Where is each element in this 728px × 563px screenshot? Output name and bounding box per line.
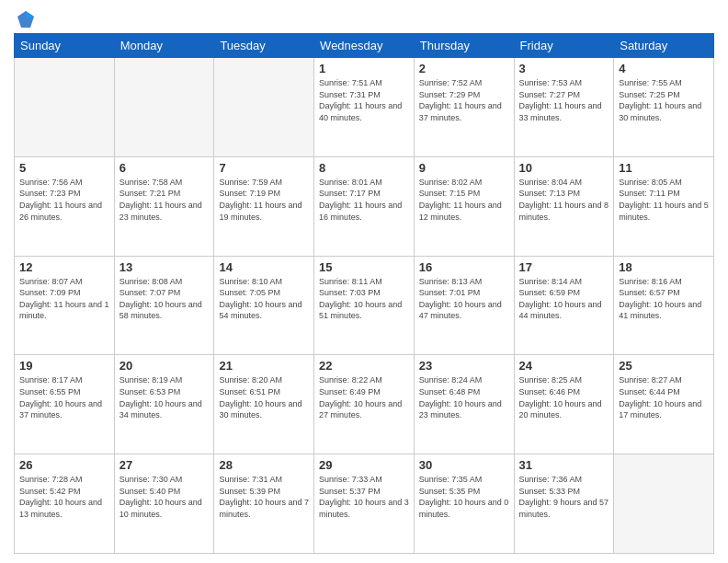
calendar-cell: 10Sunrise: 8:04 AMSunset: 7:13 PMDayligh… — [514, 156, 614, 256]
day-number: 25 — [619, 359, 709, 373]
calendar-cell: 17Sunrise: 8:14 AMSunset: 6:59 PMDayligh… — [514, 256, 614, 355]
day-number: 27 — [119, 458, 210, 472]
weekday-header-tuesday: Tuesday — [214, 34, 314, 58]
calendar-week-3: 12Sunrise: 8:07 AMSunset: 7:09 PMDayligh… — [15, 256, 714, 355]
calendar-cell: 24Sunrise: 8:25 AMSunset: 6:46 PMDayligh… — [514, 355, 614, 454]
day-info: Sunrise: 7:59 AMSunset: 7:19 PMDaylight:… — [219, 177, 309, 223]
logo-icon — [16, 9, 36, 29]
day-number: 9 — [419, 161, 509, 175]
day-info: Sunrise: 8:01 AMSunset: 7:17 PMDaylight:… — [319, 177, 409, 223]
day-number: 13 — [119, 260, 210, 274]
day-number: 17 — [519, 260, 609, 274]
day-info: Sunrise: 8:20 AMSunset: 6:51 PMDaylight:… — [219, 374, 309, 420]
calendar-cell: 6Sunrise: 7:58 AMSunset: 7:21 PMDaylight… — [114, 156, 214, 256]
day-number: 4 — [619, 62, 709, 75]
calendar-cell: 20Sunrise: 8:19 AMSunset: 6:53 PMDayligh… — [114, 355, 214, 454]
calendar-cell — [114, 58, 214, 157]
day-info: Sunrise: 8:07 AMSunset: 7:09 PMDaylight:… — [19, 276, 109, 322]
day-number: 11 — [619, 161, 709, 175]
day-number: 7 — [219, 161, 309, 175]
header — [14, 9, 714, 26]
day-number: 29 — [319, 458, 409, 472]
day-info: Sunrise: 7:58 AMSunset: 7:21 PMDaylight:… — [119, 177, 210, 223]
day-info: Sunrise: 7:56 AMSunset: 7:23 PMDaylight:… — [19, 177, 109, 223]
calendar-cell: 4Sunrise: 7:55 AMSunset: 7:25 PMDaylight… — [614, 58, 714, 157]
day-info: Sunrise: 7:51 AMSunset: 7:31 PMDaylight:… — [319, 77, 409, 123]
calendar-cell: 16Sunrise: 8:13 AMSunset: 7:01 PMDayligh… — [414, 256, 514, 355]
day-info: Sunrise: 8:05 AMSunset: 7:11 PMDaylight:… — [619, 177, 709, 223]
calendar-week-5: 26Sunrise: 7:28 AMSunset: 5:42 PMDayligh… — [15, 454, 714, 554]
day-number: 12 — [19, 260, 109, 274]
day-info: Sunrise: 8:10 AMSunset: 7:05 PMDaylight:… — [219, 276, 309, 322]
calendar-cell: 1Sunrise: 7:51 AMSunset: 7:31 PMDaylight… — [314, 58, 415, 157]
day-number: 31 — [519, 458, 609, 472]
weekday-header-monday: Monday — [114, 34, 214, 58]
day-number: 8 — [319, 161, 409, 175]
day-number: 20 — [119, 359, 210, 373]
day-info: Sunrise: 8:24 AMSunset: 6:48 PMDaylight:… — [419, 374, 509, 420]
calendar-cell: 30Sunrise: 7:35 AMSunset: 5:35 PMDayligh… — [414, 454, 514, 554]
day-number: 5 — [19, 161, 109, 175]
day-number: 10 — [519, 161, 609, 175]
day-info: Sunrise: 7:31 AMSunset: 5:39 PMDaylight:… — [219, 474, 309, 520]
day-info: Sunrise: 8:25 AMSunset: 6:46 PMDaylight:… — [519, 374, 609, 420]
day-info: Sunrise: 8:04 AMSunset: 7:13 PMDaylight:… — [519, 177, 609, 223]
day-info: Sunrise: 8:27 AMSunset: 6:44 PMDaylight:… — [619, 374, 709, 420]
day-number: 15 — [319, 260, 409, 274]
calendar-cell: 18Sunrise: 8:16 AMSunset: 6:57 PMDayligh… — [614, 256, 714, 355]
calendar-cell: 27Sunrise: 7:30 AMSunset: 5:40 PMDayligh… — [114, 454, 214, 554]
day-info: Sunrise: 7:33 AMSunset: 5:37 PMDaylight:… — [319, 474, 409, 520]
day-info: Sunrise: 8:02 AMSunset: 7:15 PMDaylight:… — [419, 177, 509, 223]
calendar-cell: 13Sunrise: 8:08 AMSunset: 7:07 PMDayligh… — [114, 256, 214, 355]
weekday-header-thursday: Thursday — [414, 34, 514, 58]
weekday-header-sunday: Sunday — [15, 34, 115, 58]
day-number: 23 — [419, 359, 509, 373]
calendar: SundayMondayTuesdayWednesdayThursdayFrid… — [14, 33, 714, 554]
calendar-cell — [614, 454, 714, 554]
day-number: 1 — [319, 62, 409, 75]
day-info: Sunrise: 8:13 AMSunset: 7:01 PMDaylight:… — [419, 276, 509, 322]
calendar-cell: 11Sunrise: 8:05 AMSunset: 7:11 PMDayligh… — [614, 156, 714, 256]
day-info: Sunrise: 8:08 AMSunset: 7:07 PMDaylight:… — [119, 276, 210, 322]
calendar-cell: 23Sunrise: 8:24 AMSunset: 6:48 PMDayligh… — [414, 355, 514, 454]
day-number: 22 — [319, 359, 409, 373]
day-number: 14 — [219, 260, 309, 274]
day-info: Sunrise: 8:19 AMSunset: 6:53 PMDaylight:… — [119, 374, 210, 420]
day-info: Sunrise: 8:16 AMSunset: 6:57 PMDaylight:… — [619, 276, 709, 322]
weekday-header-friday: Friday — [514, 34, 614, 58]
day-number: 16 — [419, 260, 509, 274]
day-number: 30 — [419, 458, 509, 472]
calendar-cell: 21Sunrise: 8:20 AMSunset: 6:51 PMDayligh… — [214, 355, 314, 454]
day-info: Sunrise: 8:17 AMSunset: 6:55 PMDaylight:… — [19, 374, 109, 420]
calendar-cell: 2Sunrise: 7:52 AMSunset: 7:29 PMDaylight… — [414, 58, 514, 157]
day-number: 21 — [219, 359, 309, 373]
day-number: 26 — [19, 458, 109, 472]
day-number: 19 — [19, 359, 109, 373]
weekday-header-saturday: Saturday — [614, 34, 714, 58]
calendar-cell: 31Sunrise: 7:36 AMSunset: 5:33 PMDayligh… — [514, 454, 614, 554]
day-number: 18 — [619, 260, 709, 274]
calendar-cell: 5Sunrise: 7:56 AMSunset: 7:23 PMDaylight… — [15, 156, 115, 256]
calendar-week-4: 19Sunrise: 8:17 AMSunset: 6:55 PMDayligh… — [15, 355, 714, 454]
calendar-cell: 22Sunrise: 8:22 AMSunset: 6:49 PMDayligh… — [314, 355, 415, 454]
day-number: 28 — [219, 458, 309, 472]
calendar-cell: 29Sunrise: 7:33 AMSunset: 5:37 PMDayligh… — [314, 454, 415, 554]
day-number: 6 — [119, 161, 210, 175]
day-number: 2 — [419, 62, 509, 75]
calendar-week-1: 1Sunrise: 7:51 AMSunset: 7:31 PMDaylight… — [15, 58, 714, 157]
weekday-header-wednesday: Wednesday — [314, 34, 415, 58]
calendar-cell: 28Sunrise: 7:31 AMSunset: 5:39 PMDayligh… — [214, 454, 314, 554]
calendar-cell: 19Sunrise: 8:17 AMSunset: 6:55 PMDayligh… — [15, 355, 115, 454]
calendar-cell: 15Sunrise: 8:11 AMSunset: 7:03 PMDayligh… — [314, 256, 415, 355]
calendar-cell: 14Sunrise: 8:10 AMSunset: 7:05 PMDayligh… — [214, 256, 314, 355]
day-info: Sunrise: 7:55 AMSunset: 7:25 PMDaylight:… — [619, 77, 709, 123]
day-info: Sunrise: 8:14 AMSunset: 6:59 PMDaylight:… — [519, 276, 609, 322]
day-info: Sunrise: 7:28 AMSunset: 5:42 PMDaylight:… — [19, 474, 109, 520]
logo — [14, 9, 36, 26]
calendar-cell: 12Sunrise: 8:07 AMSunset: 7:09 PMDayligh… — [15, 256, 115, 355]
calendar-cell: 9Sunrise: 8:02 AMSunset: 7:15 PMDaylight… — [414, 156, 514, 256]
day-info: Sunrise: 7:52 AMSunset: 7:29 PMDaylight:… — [419, 77, 509, 123]
weekday-header-row: SundayMondayTuesdayWednesdayThursdayFrid… — [15, 34, 714, 58]
calendar-cell: 8Sunrise: 8:01 AMSunset: 7:17 PMDaylight… — [314, 156, 415, 256]
day-info: Sunrise: 7:35 AMSunset: 5:35 PMDaylight:… — [419, 474, 509, 520]
